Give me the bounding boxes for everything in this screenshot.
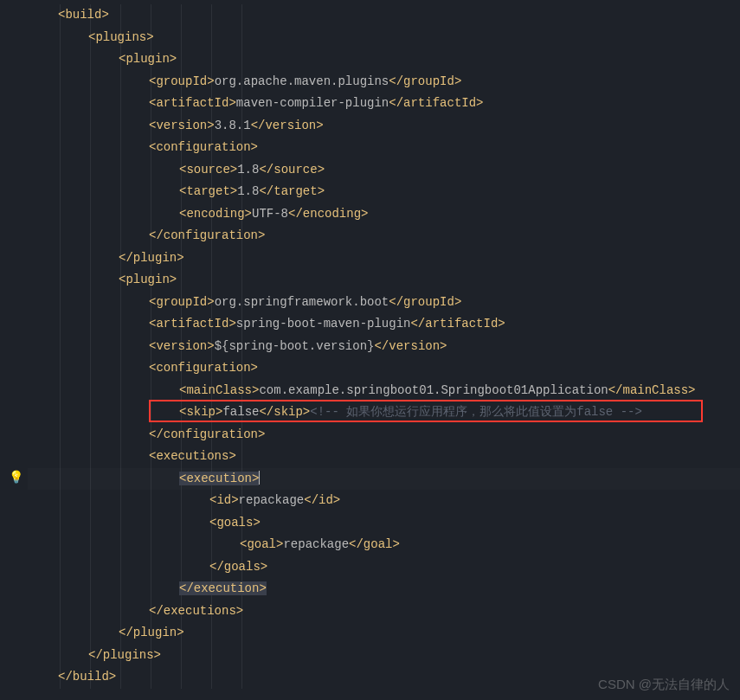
xml-text: org.apache.maven.plugins (215, 74, 389, 88)
code-line[interactable]: <configuration> (28, 137, 740, 159)
xml-text: ${spring-boot.version} (215, 339, 375, 353)
code-line[interactable]: </plugin> (28, 622, 740, 645)
xml-tag: </groupId> (389, 74, 461, 88)
xml-tag: <executions> (149, 449, 236, 463)
xml-tag: </plugins> (88, 648, 161, 662)
xml-tag: </version> (374, 339, 447, 353)
code-line[interactable]: </plugin> (28, 247, 740, 270)
code-line[interactable]: <artifactId>maven-compiler-plugin</artif… (28, 93, 740, 115)
xml-text: repackage (283, 537, 349, 551)
xml-tag: </version> (251, 119, 324, 132)
xml-tag: </source> (259, 163, 325, 177)
xml-comment: <!-- 如果你想运行应用程序，那么将此值设置为false --> (310, 405, 642, 419)
code-line[interactable]: <groupId>org.apache.maven.plugins</group… (28, 71, 740, 93)
xml-tag: </build> (58, 670, 116, 684)
code-line[interactable]: </plugins> (28, 645, 740, 667)
xml-tag: <groupId> (149, 74, 215, 88)
xml-tag: </configuration> (149, 228, 265, 242)
xml-text: com.example.springboot01.Springboot01App… (259, 383, 608, 397)
xml-tag: <configuration> (149, 140, 258, 154)
xml-tag: </id> (304, 493, 340, 507)
xml-tag: <id> (209, 493, 239, 507)
xml-tag: <plugins> (88, 30, 154, 44)
xml-tag: <goal> (240, 537, 283, 551)
xml-tag: <mainClass> (179, 383, 259, 397)
xml-text: spring-boot-maven-plugin (236, 317, 411, 331)
xml-tag: <configuration> (149, 361, 258, 375)
code-line[interactable]: </executions> (28, 600, 740, 623)
xml-tag: <groupId> (149, 295, 215, 309)
code-line[interactable]: <execution> (28, 468, 740, 491)
xml-tag: </encoding> (288, 207, 368, 221)
xml-tag: </mainClass> (608, 383, 696, 397)
xml-text: repackage (239, 493, 305, 507)
code-line[interactable]: <plugin> (28, 48, 740, 71)
code-line[interactable]: <plugin> (28, 269, 740, 292)
code-line[interactable]: <encoding>UTF-8</encoding> (28, 203, 740, 226)
code-line[interactable]: <goal>repackage</goal> (28, 534, 740, 556)
code-line[interactable]: <id>repackage</id> (28, 490, 740, 512)
code-editor[interactable]: <build><plugins><plugin><groupId>org.apa… (0, 0, 740, 689)
code-line[interactable]: <goals> (28, 512, 740, 535)
code-line[interactable]: </configuration> (28, 424, 740, 446)
xml-tag: </skip> (259, 405, 310, 419)
xml-text: 1.8 (237, 184, 259, 198)
xml-tag: </target> (259, 184, 325, 198)
xml-tag: </executions> (149, 604, 243, 618)
code-line[interactable]: <source>1.8</source> (28, 159, 740, 182)
code-line[interactable]: <mainClass>com.example.springboot01.Spri… (28, 380, 740, 402)
code-line[interactable]: <groupId>org.springframework.boot</group… (28, 292, 740, 314)
code-line[interactable]: <build> (28, 4, 740, 27)
code-line[interactable]: <version>3.8.1</version> (28, 115, 740, 138)
code-line[interactable]: <plugins> (28, 27, 740, 49)
code-line[interactable]: </goals> (28, 556, 740, 579)
xml-text: maven-compiler-plugin (236, 96, 389, 110)
code-line[interactable]: <target>1.8</target> (28, 181, 740, 203)
code-line[interactable]: </execution> (28, 578, 740, 600)
xml-tag: </groupId> (389, 295, 461, 309)
text-cursor (259, 471, 260, 485)
code-line[interactable]: </build> (28, 666, 740, 689)
xml-tag: </plugin> (119, 626, 184, 639)
xml-tag: <goals> (209, 516, 261, 530)
lightbulb-icon[interactable]: 💡 (9, 467, 23, 490)
code-line[interactable]: <version>${spring-boot.version}</version… (28, 336, 740, 358)
xml-tag: <encoding> (179, 207, 252, 221)
xml-text: 3.8.1 (215, 119, 251, 132)
xml-text: false (222, 405, 259, 419)
xml-tag: </goal> (349, 537, 400, 551)
xml-tag: </artifactId> (410, 317, 505, 331)
code-line[interactable]: <artifactId>spring-boot-maven-plugin</ar… (28, 313, 740, 336)
code-line[interactable]: </configuration> (28, 225, 740, 247)
code-line[interactable]: <configuration> (28, 357, 740, 380)
xml-tag: <plugin> (119, 273, 177, 286)
xml-tag: <artifactId> (149, 96, 236, 110)
xml-text: UTF-8 (252, 207, 288, 221)
xml-tag: </configuration> (149, 427, 265, 441)
xml-tag: <source> (179, 163, 237, 177)
xml-tag: <version> (149, 339, 215, 353)
xml-tag: </execution> (179, 581, 267, 595)
xml-tag: <execution> (179, 472, 259, 485)
xml-tag: </goals> (209, 560, 267, 574)
xml-tag: </artifactId> (389, 96, 483, 110)
xml-tag: <build> (58, 8, 109, 22)
xml-tag: <plugin> (119, 52, 177, 66)
xml-text: org.springframework.boot (215, 295, 389, 309)
xml-text: 1.8 (237, 163, 259, 177)
code-line[interactable]: <skip>false</skip><!-- 如果你想运行应用程序，那么将此值设… (28, 401, 740, 424)
code-line[interactable]: <executions> (28, 446, 740, 468)
xml-tag: <version> (149, 119, 215, 132)
xml-tag: <skip> (179, 405, 222, 419)
xml-tag: <target> (179, 184, 237, 198)
xml-tag: </plugin> (119, 251, 184, 265)
xml-tag: <artifactId> (149, 317, 236, 331)
